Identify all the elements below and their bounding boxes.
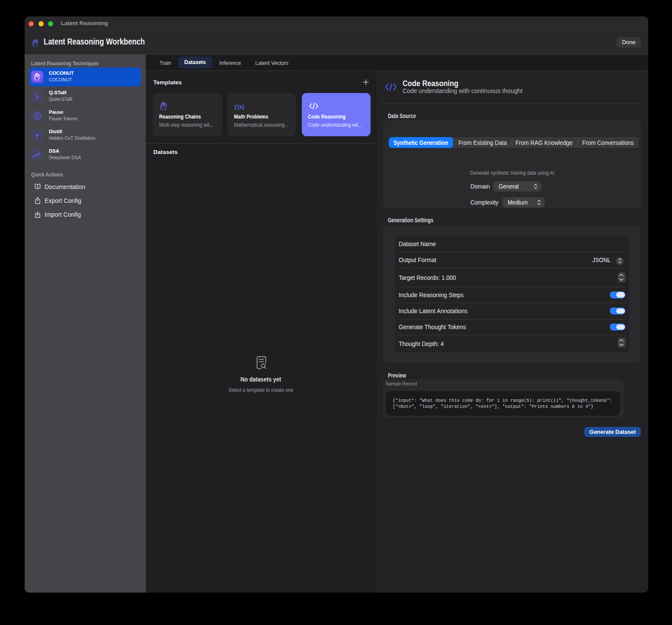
svg-text:(x): (x) (237, 103, 244, 110)
